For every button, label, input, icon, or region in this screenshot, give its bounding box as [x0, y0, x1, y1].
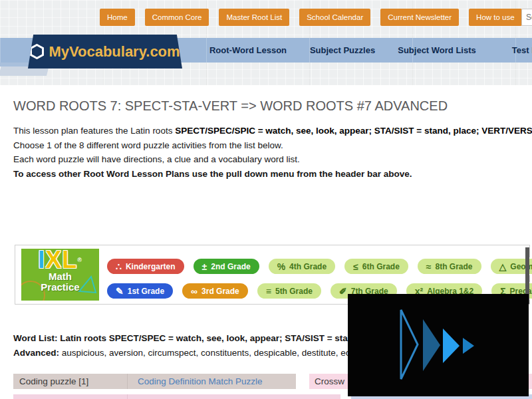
grade-2nd-button[interactable]: ±2nd Grade — [192, 257, 261, 275]
menu-test-prep[interactable]: Test Prep — [484, 38, 532, 63]
menu-subject-word-lists[interactable]: Subject Word Lists — [390, 38, 484, 63]
lesson-intro: This lesson plan features the Latin root… — [13, 124, 532, 181]
nav-common-core-button[interactable]: Common Core — [145, 9, 209, 26]
hexagon-logo-icon — [30, 44, 44, 59]
word-list-line-1: Word List: Latin roots SPECT/SPEC = watc… — [13, 331, 376, 346]
grade-5th-button[interactable]: ≡5th Grade — [256, 282, 323, 300]
intro-line-3: Each word puzzle will have directions, a… — [13, 152, 532, 167]
top-navigation: Home Common Core Master Root List School… — [100, 9, 532, 26]
intro-line-2: Choose 1 of the 8 different word puzzle … — [13, 138, 532, 153]
nav-current-newsletter-button[interactable]: Current Newsletter — [380, 9, 459, 26]
coding-definition-match-link[interactable]: Coding Definition Match Puzzle — [128, 376, 263, 386]
grade-4th-button[interactable]: %4th Grade — [267, 257, 336, 275]
less-equal-icon: ≤ — [353, 261, 358, 272]
ixl-tagline-1: Math — [21, 271, 99, 282]
primary-menu: Root-Word Lesson Subject Puzzles Subject… — [201, 38, 532, 63]
menu-subject-puzzles[interactable]: Subject Puzzles — [295, 38, 390, 63]
search-input[interactable] — [521, 9, 532, 26]
grade-8th-button[interactable]: ≈8th Grade — [416, 257, 483, 275]
infinity-icon: ∞ — [191, 286, 198, 297]
ixl-tagline-2: Practice — [21, 282, 99, 293]
grade-3rd-button[interactable]: ∞3rd Grade — [181, 282, 249, 300]
intro-line-4: To access other Root Word Lesson Plans u… — [13, 167, 532, 182]
grade-6th-button[interactable]: ≤6th Grade — [343, 257, 410, 275]
menu-root-word-lesson[interactable]: Root-Word Lesson — [201, 38, 295, 63]
approx-icon: ≈ — [426, 261, 432, 272]
triangle-icon: △ — [499, 261, 507, 272]
plus-minus-icon: ± — [202, 261, 207, 272]
page-title: WORD ROOTS 7: SPECT-STA-VERT => WORD ROO… — [13, 98, 448, 114]
books-icon: ≡ — [266, 286, 271, 297]
intro-line-1: This lesson plan features the Latin root… — [13, 124, 532, 138]
nav-how-to-use-button[interactable]: How to use — [469, 9, 522, 26]
puzzle-row-coding: Coding puzzle [1] Coding Definition Matc… — [13, 374, 296, 389]
pencil-icon: ✐ — [339, 286, 347, 297]
ixl-logo-panel[interactable]: IXL® Math Practice — [21, 249, 99, 301]
video-logo-icon — [399, 309, 477, 382]
percent-icon: % — [277, 261, 285, 272]
puzzle-row-2-divider-cell — [13, 394, 128, 399]
puzzle-row-2-left[interactable] — [13, 394, 340, 399]
grade-1st-button[interactable]: ✎1st Grade — [106, 282, 174, 300]
nav-home-button[interactable]: Home — [100, 9, 135, 26]
dots-icon: ∴ — [116, 261, 122, 272]
pencil-cup-icon: ✎ — [116, 286, 124, 297]
video-player-overlay[interactable] — [348, 294, 529, 396]
coding-puzzle-label: Coding puzzle [1] — [13, 374, 128, 389]
site-logo-text: MyVocabulary.com — [49, 43, 180, 61]
grade-kindergarten-button[interactable]: ∴Kindergarten — [106, 257, 186, 275]
site-logo[interactable]: MyVocabulary.com — [28, 35, 182, 68]
nav-school-calendar-button[interactable]: School Calendar — [299, 9, 370, 26]
nav-master-root-list-button[interactable]: Master Root List — [219, 9, 289, 26]
ixl-brand: IXL® — [21, 249, 99, 271]
word-list-advanced: Advanced: auspicious, aversion, circumsp… — [13, 346, 376, 360]
word-list: Word List: Latin roots SPECT/SPEC = watc… — [13, 331, 376, 360]
